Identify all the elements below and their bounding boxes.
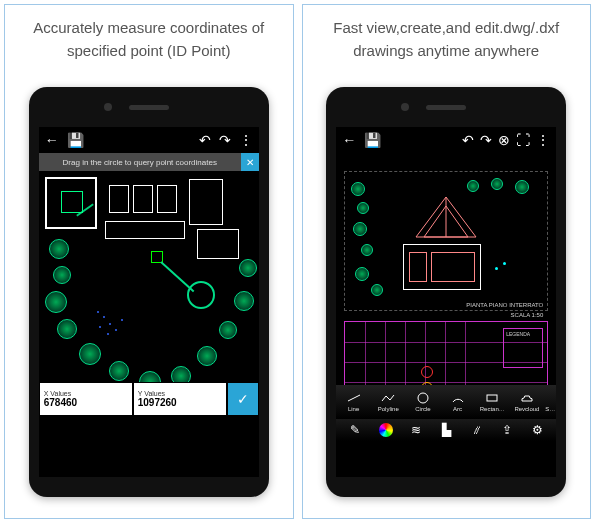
tree-icon (219, 321, 237, 339)
tool-polyline[interactable]: Polyline (371, 392, 406, 412)
y-label: Y Values (138, 390, 222, 397)
point (109, 323, 111, 325)
phone-camera (104, 103, 112, 111)
tree-icon (79, 343, 101, 365)
phone-frame: ← 💾 ↶ ↷ ⊗ ⛶ ⋮ (326, 87, 566, 497)
zoom-extents-icon[interactable]: ⊗ (498, 132, 510, 148)
point (503, 262, 506, 265)
building-outline (189, 179, 223, 225)
color-icon[interactable] (378, 422, 394, 438)
screen: ← 💾 ↶ ↷ ⋮ Drag in the circle to query po… (39, 127, 259, 477)
cad-canvas[interactable]: PIANTA PIANO INTERRATO LEGENDA (336, 153, 556, 441)
tree-icon (109, 361, 129, 381)
tree-icon (361, 244, 373, 256)
more-icon[interactable]: ⋮ (536, 132, 550, 148)
layout-icon[interactable]: ▙ (438, 422, 454, 438)
plan-upper: PIANTA PIANO INTERRATO (344, 171, 548, 311)
building-outline (157, 185, 177, 213)
phone-speaker (426, 105, 466, 110)
target-circle[interactable] (187, 281, 215, 309)
column-icon (421, 366, 433, 378)
hint-close-icon[interactable]: ✕ (241, 153, 259, 171)
tree-icon (197, 346, 217, 366)
tool-line[interactable]: Line (336, 392, 371, 412)
shape-icon (542, 392, 556, 404)
tree-icon (353, 222, 367, 236)
tool-arc[interactable]: Arc (440, 392, 475, 412)
building-outline (197, 229, 239, 259)
point (115, 329, 117, 331)
save-icon[interactable]: 💾 (67, 132, 84, 148)
measure-icon[interactable]: ⫽ (469, 422, 485, 438)
export-icon[interactable]: ⇪ (499, 422, 515, 438)
tool-rectangle[interactable]: Rectan… (475, 392, 510, 412)
tree-icon (467, 180, 479, 192)
back-icon[interactable]: ← (342, 132, 356, 148)
tree-icon (371, 284, 383, 296)
tree-icon (49, 239, 69, 259)
tree-icon (355, 267, 369, 281)
x-value: 678460 (44, 397, 128, 408)
svg-rect-5 (487, 395, 497, 401)
building-outline (105, 221, 185, 239)
phone-speaker (129, 105, 169, 110)
y-value-cell: Y Values 1097260 (134, 383, 226, 415)
point (97, 311, 99, 313)
building-outline (109, 185, 129, 213)
phone-frame: ← 💾 ↶ ↷ ⋮ Drag in the circle to query po… (29, 87, 269, 497)
layers-icon[interactable]: ≋ (408, 422, 424, 438)
y-value: 1097260 (138, 397, 222, 408)
point (107, 333, 109, 335)
hint-text: Drag in the circle to query point coordi… (39, 158, 241, 167)
legend-box: LEGENDA (503, 328, 543, 368)
phone-camera (401, 103, 409, 111)
app-topbar: ← 💾 ↶ ↷ ⊗ ⛶ ⋮ (336, 127, 556, 153)
undo-icon[interactable]: ↶ (462, 132, 474, 148)
save-icon[interactable]: 💾 (364, 132, 381, 148)
rectangle-icon (484, 392, 500, 404)
building-outline (133, 185, 153, 213)
more-icon[interactable]: ⋮ (239, 132, 253, 148)
caption: Accurately measure coordinates of specif… (13, 17, 285, 67)
undo-icon[interactable]: ↶ (199, 132, 211, 148)
tool-circle[interactable]: Circle (406, 392, 441, 412)
polyline-icon (380, 392, 396, 404)
tree-icon (491, 178, 503, 190)
point (103, 316, 105, 318)
redo-icon[interactable]: ↷ (219, 132, 231, 148)
caption: Fast view,create,and edit.dwg/.dxf drawi… (311, 17, 583, 67)
point (495, 267, 498, 270)
tree-icon (351, 182, 365, 196)
svg-line-3 (348, 395, 360, 401)
confirm-button[interactable]: ✓ (228, 383, 258, 415)
settings-icon[interactable]: ⚙ (529, 422, 545, 438)
tool-revcloud[interactable]: Revcloud (510, 392, 545, 412)
redo-icon[interactable]: ↷ (480, 132, 492, 148)
back-icon[interactable]: ← (45, 132, 59, 148)
roof-plan (406, 192, 486, 242)
tree-icon (357, 202, 369, 214)
tree-icon (45, 291, 67, 313)
point (99, 326, 101, 328)
draw-toolbar: Line Polyline Circle Arc (336, 385, 556, 419)
edit-icon[interactable]: ✎ (347, 422, 363, 438)
x-label: X Values (44, 390, 128, 397)
bottom-bar: ✎ ≋ ▙ ⫽ ⇪ ⚙ (336, 419, 556, 441)
promo-panel-1: Accurately measure coordinates of specif… (4, 4, 294, 519)
promo-panel-2: Fast view,create,and edit.dwg/.dxf drawi… (302, 4, 592, 519)
tree-icon (57, 319, 77, 339)
plan-scale: SCALA 1:50 (511, 312, 544, 318)
line-icon (346, 392, 362, 404)
tree-icon (53, 266, 71, 284)
tree-icon (239, 259, 257, 277)
cad-canvas[interactable]: X Values 678460 Y Values 1097260 ✓ (39, 171, 259, 431)
tree-icon (515, 180, 529, 194)
room-outline (409, 252, 427, 282)
room-outline (431, 252, 475, 282)
tool-more[interactable]: S… (544, 392, 556, 412)
magnifier (45, 177, 97, 229)
fullscreen-icon[interactable]: ⛶ (516, 132, 530, 148)
plan-title: PIANTA PIANO INTERRATO (466, 302, 543, 308)
x-value-cell: X Values 678460 (40, 383, 132, 415)
cloud-icon (519, 392, 535, 404)
